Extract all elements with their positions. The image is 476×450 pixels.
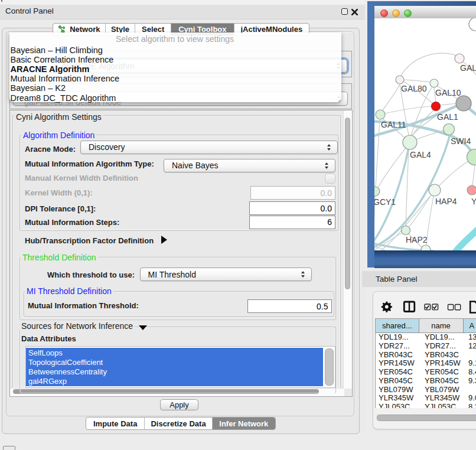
svg-text:SWI4: SWI4 [451, 136, 471, 146]
svg-text:GAL: GAL [460, 63, 476, 73]
svg-text:GAL10: GAL10 [435, 88, 461, 97]
svg-text:HAP4: HAP4 [435, 197, 457, 206]
svg-text:GAL4: GAL4 [410, 150, 431, 159]
svg-text:GAL80: GAL80 [401, 84, 427, 93]
svg-text:GCY1: GCY1 [374, 197, 396, 207]
svg-text:GAL1: GAL1 [437, 112, 458, 122]
svg-text:Y: Y [471, 197, 476, 206]
svg-text:HAP2: HAP2 [406, 235, 428, 244]
svg-text:GAL11: GAL11 [381, 120, 406, 129]
